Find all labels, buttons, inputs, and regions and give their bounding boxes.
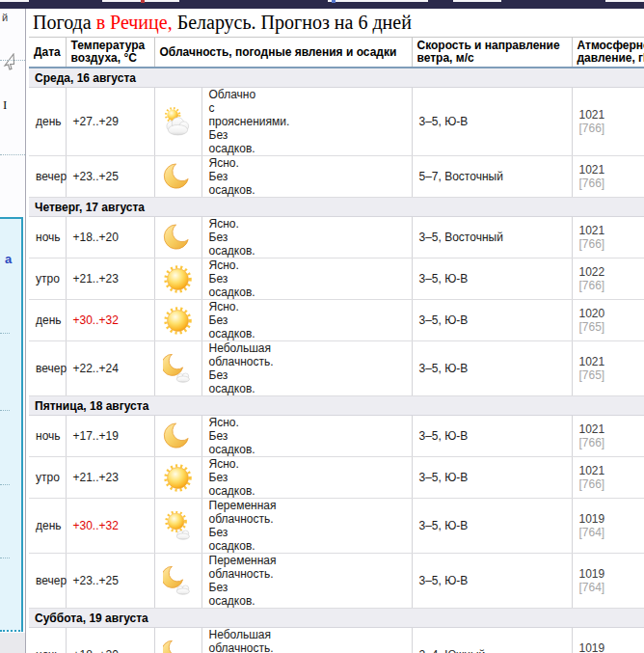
pressure-mmhg: [766] (579, 436, 644, 449)
col-header-clouds: Облачность, погодные явления и осадки (154, 38, 412, 68)
weather-description-cell: Небольшая облачность. Без осадков. (201, 341, 412, 396)
weather-description: Небольшая облачность. (209, 628, 234, 653)
sidebar-widget-box: а (0, 217, 23, 632)
pressure-hpa: 1021 (579, 422, 644, 436)
time-of-day: утро (29, 258, 66, 300)
precipitation-note: Без осадков. (209, 128, 234, 155)
weather-icon-cell (154, 554, 201, 609)
top-nav-bar (0, 0, 644, 9)
temperature-range: +22..+24 (66, 341, 154, 396)
pressure-mmhg: [766] (579, 279, 644, 292)
time-of-day: ночь (29, 628, 66, 653)
col-header-temperature: Температура воздуха, °C (66, 38, 154, 68)
sidebar-divider (0, 154, 25, 155)
weather-description: Ясно. (209, 217, 234, 231)
sidebar-text-fragment: I (3, 99, 7, 111)
forecast-row: ночь +18..+20 Ясно. Без осадков. 3–5, Во… (29, 217, 644, 258)
topbar-fragment (328, 0, 428, 2)
pressure-cell: 1021 [765] (572, 341, 644, 396)
topbar-fragment (141, 0, 145, 3)
day-section-row: Четверг, 17 августа (29, 198, 644, 217)
precipitation-note: Без осадков. (209, 272, 234, 299)
wind-speed-direction: 3–5, Ю-В (412, 258, 572, 300)
pressure-mmhg: [765] (579, 320, 644, 334)
pressure-hpa: 1021 (579, 108, 644, 122)
forecast-row: ночь +18..+20 Небольшая облачность. Без … (29, 628, 644, 653)
temperature-range: +18..+20 (66, 217, 154, 258)
moon-icon (163, 223, 193, 253)
pressure-hpa: 1021 (579, 163, 644, 177)
wind-speed-direction: 3–5, Ю-В (412, 416, 572, 457)
precipitation-note: Без осадков. (209, 368, 234, 395)
sidebar-link-fragment[interactable]: а (5, 254, 12, 265)
pressure-mmhg: [766] (579, 477, 644, 491)
col-header-pressure: Атмосферное давление, гПа (572, 38, 644, 68)
pressure-hpa: 1020 (579, 307, 644, 320)
moon-icon (163, 422, 193, 451)
weather-icon-cell (154, 628, 201, 653)
sun-icon (163, 306, 193, 336)
weather-description: Переменная облачность. (209, 499, 234, 526)
day-section-row: Пятница, 18 августа (29, 396, 644, 416)
sidebar-footer-area (0, 633, 25, 653)
weather-description-cell: Ясно. Без осадков. (201, 300, 412, 341)
moon-cloud-icon (163, 566, 193, 596)
weather-icon-cell (154, 457, 201, 499)
pressure-hpa: 1019 (579, 641, 644, 653)
weather-description-cell: Переменная облачность. Без осадков. (201, 499, 412, 554)
pressure-hpa: 1021 (579, 224, 644, 237)
time-of-day: ночь (29, 416, 66, 457)
weather-icon-cell (154, 258, 201, 300)
pressure-hpa: 1021 (579, 464, 644, 477)
weather-icon-cell (154, 217, 201, 258)
forecast-row: вечер +23..+25 Переменная облачность. Бе… (29, 554, 644, 609)
weather-description: Ясно. (209, 416, 234, 429)
sun-icon (163, 463, 193, 493)
time-of-day: вечер (29, 554, 66, 609)
wind-speed-direction: 3–5, Ю-В (412, 300, 572, 341)
weather-icon-cell (154, 416, 201, 457)
pressure-mmhg: [765] (579, 368, 644, 382)
precipitation-note: Без осадков. (209, 313, 234, 340)
temperature-range: +18..+20 (66, 628, 154, 653)
col-header-date: Дата (29, 38, 66, 68)
sidebar-tick (0, 558, 10, 558)
page-title: Погода в Речице, Беларусь. Прогноз на 6 … (26, 9, 644, 37)
weather-icon-cell (154, 156, 201, 198)
pressure-cell: 1020 [765] (572, 300, 644, 341)
wind-speed-direction: 2–4, Южный (412, 628, 572, 653)
city-link[interactable]: в Речице, (96, 12, 173, 33)
weather-description: Ясно. (209, 300, 234, 313)
pressure-mmhg: [766] (579, 122, 644, 135)
weather-description: Ясно. (209, 457, 234, 471)
forecast-row: вечер +23..+25 Ясно. Без осадков. 5–7, В… (29, 156, 644, 198)
wind-speed-direction: 3–5, Ю-В (412, 457, 572, 499)
moon-icon (163, 162, 193, 192)
weather-description-cell: Ясно. Без осадков. (201, 156, 412, 198)
wind-speed-direction: 3–5, Ю-В (412, 88, 572, 156)
weather-icon-cell (154, 499, 201, 554)
day-section-row: Суббота, 19 августа (29, 609, 644, 628)
day-section-header: Пятница, 18 августа (29, 396, 644, 416)
temperature-range: +23..+25 (66, 554, 154, 609)
title-suffix: Беларусь. Прогноз на 6 дней (173, 12, 412, 33)
pressure-hpa: 1019 (579, 567, 644, 581)
pressure-cell: 1021 [766] (572, 217, 644, 258)
forecast-row: день +27..+29 Облачно с прояснениями. Бе… (29, 88, 644, 156)
day-section-header: Среда, 16 августа (29, 68, 644, 88)
forecast-row: ночь +17..+19 Ясно. Без осадков. 3–5, Ю-… (29, 416, 644, 457)
precipitation-note: Без осадков. (209, 526, 234, 553)
pressure-cell: 1021 [766] (572, 88, 644, 156)
col-header-wind: Скорость и направление ветра, м/с (412, 38, 572, 68)
weather-description-cell: Ясно. Без осадков. (201, 258, 412, 300)
cloud-sun-icon (163, 107, 193, 137)
day-section-header: Четверг, 17 августа (29, 198, 644, 217)
forecast-row: день +30..+32 Ясно. Без осадков. 3–5, Ю-… (29, 300, 644, 341)
title-prefix: Погода (33, 12, 96, 33)
weather-description-cell: Ясно. Без осадков. (201, 217, 412, 258)
pressure-mmhg: [764] (579, 581, 644, 594)
time-of-day: день (29, 300, 66, 341)
wind-speed-direction: 5–7, Восточный (412, 156, 572, 198)
weather-description-cell: Ясно. Без осадков. (201, 457, 412, 499)
precipitation-note: Без осадков. (209, 429, 234, 456)
